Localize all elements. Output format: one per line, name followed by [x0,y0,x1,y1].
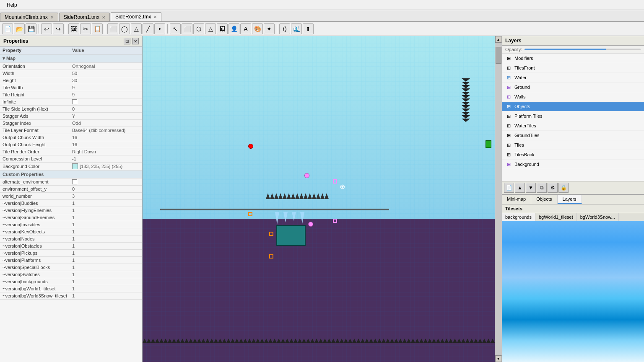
panel-float-button[interactable]: ⊡ [124,38,130,44]
layer-item-background[interactable]: ⊞ Background [502,160,644,169]
layer-move-down-button[interactable]: ▼ [526,183,536,193]
tb-magic-button[interactable]: ✦ [264,23,275,34]
prop-tile-side-value[interactable]: 0 [70,106,142,113]
map-area[interactable]: ⊕ [143,36,495,362]
btab-layers[interactable]: Layers [558,195,582,204]
prop-background-color-value[interactable]: [183, 235, 235] (255) [70,163,142,171]
prop-version-bgworld3snow-value[interactable]: 1 [70,292,142,300]
tb-rotate-button[interactable]: ⬆ [303,23,314,34]
tb-stamp-button[interactable]: 🖼 [68,23,79,34]
prop-version-buddies-value[interactable]: 1 [70,200,142,207]
prop-infinite-value[interactable] [70,98,142,106]
tb-copy-button[interactable]: 📋 [92,23,103,34]
tb-redo-button[interactable]: ↪ [53,23,64,34]
prop-version-switches-value[interactable]: 1 [70,271,142,278]
layer-item-tiles[interactable]: ⊞ Tiles [502,140,644,150]
tb-image-button[interactable]: 🖼 [217,23,228,34]
scroll-down-button[interactable]: ▼ [495,355,502,362]
ts-tab-backgrounds[interactable]: backgrounds [502,213,535,221]
prop-version-key-objects-value[interactable]: 1 [70,228,142,235]
tb-flip-v-button[interactable]: 🌊 [291,23,302,34]
ts-tab-bgworld1[interactable]: bgWorld1_tileset [535,213,577,221]
tab-sideroom1[interactable]: SideRoom1.tmx ✕ [59,13,110,21]
tb-save-button[interactable]: 💾 [26,23,36,34]
tb-cut-button[interactable]: ✂ [80,23,91,34]
layer-add-button[interactable]: 📄 [504,183,514,193]
prop-version-special-blocks-value[interactable]: 1 [70,264,142,271]
prop-world-number-value[interactable]: 3 [70,193,142,200]
panel-close-button[interactable]: ✕ [132,38,139,44]
prop-version-platforms-value[interactable]: 1 [70,257,142,264]
prop-version-pickups-value[interactable]: 1 [70,250,142,257]
prop-version-nodes-value[interactable]: 1 [70,235,142,243]
layer-delete-button[interactable]: 🔒 [558,183,569,193]
tb-polyline-button[interactable]: ╱ [143,23,153,34]
layer-item-ground[interactable]: ⊞ Ground [502,83,644,92]
tb-flip-h-button[interactable]: ⟨⟩ [279,23,290,34]
btab-minimap[interactable]: Mini-map [502,195,531,204]
layer-item-watertiles[interactable]: ⊞ WaterTiles [502,121,644,131]
scroll-up-button[interactable]: ▲ [495,36,502,43]
layer-item-groundtiles[interactable]: ⊞ GroundTiles [502,131,644,140]
prop-version-ground-enemies-value[interactable]: 1 [70,214,142,221]
layer-move-up-button[interactable]: ▲ [515,183,525,193]
tab-close-mountainclimb[interactable]: ✕ [50,15,54,20]
alternate-env-checkbox[interactable] [72,179,77,184]
layer-name-groundtiles: GroundTiles [514,133,641,138]
layer-item-tilesfront[interactable]: ⊞ TilesFront [502,63,644,73]
tb-select-button[interactable]: ↖ [170,23,181,34]
menu-help[interactable]: Help [3,1,21,9]
prop-layer-format-value[interactable]: Base64 (zlib compressed) [70,127,142,134]
tb-new-button[interactable]: 📄 [2,23,13,34]
tab-close-sideroom1[interactable]: ✕ [102,15,105,20]
layer-duplicate-button[interactable]: ⧉ [537,183,547,193]
tb-text-button[interactable]: A [240,23,251,34]
tab-mountainclimb[interactable]: MountainClimb.tmx ✕ [0,13,58,21]
ts-tab-bgworld3snow[interactable]: bgWorld3Snow... [577,213,619,221]
tb-bucket-button[interactable]: ⬡ [193,23,204,34]
tb-polygon-button[interactable]: △ [131,23,142,34]
tileset-preview[interactable] [502,221,644,362]
tb-rect-select-button[interactable]: ⬜ [107,23,118,34]
prop-height-value[interactable]: 30 [70,77,142,84]
prop-version-backgrounds-value[interactable]: 1 [70,278,142,285]
tb-shape-button[interactable]: △ [205,23,216,34]
btab-objects[interactable]: Objects [531,195,557,204]
prop-stagger-index-value[interactable]: Odd [70,120,142,127]
tb-cursor-button[interactable]: ⬜ [182,23,192,34]
prop-version-obstacles-value[interactable]: 1 [70,243,142,250]
prop-output-chunk-width-value[interactable]: 16 [70,134,142,141]
prop-orientation-value[interactable]: Orthogonal [70,63,142,70]
tab-sideroom2[interactable]: SideRoom2.tmx ✕ [111,12,161,21]
tb-object-button[interactable]: 👤 [229,23,239,34]
prop-tile-width-value[interactable]: 9 [70,84,142,91]
prop-render-order-value[interactable]: Right Down [70,148,142,155]
prop-alternate-env-value[interactable] [70,178,142,186]
prop-width-value[interactable]: 50 [70,70,142,77]
layer-settings-button[interactable]: ⚙ [548,183,558,193]
prop-tile-height-value[interactable]: 9 [70,91,142,98]
prop-version-flying-enemies-value[interactable]: 1 [70,207,142,214]
scroll-thumb[interactable] [496,47,501,64]
layer-item-platformtiles[interactable]: ⊞ Platform Tiles [502,111,644,121]
layer-item-tilesback[interactable]: ⊞ TilesBack [502,150,644,160]
layer-item-objects[interactable]: ⊞ Objects [502,102,644,111]
prop-output-chunk-height-value[interactable]: 16 [70,141,142,148]
layer-item-water[interactable]: ⊞ Water [502,73,644,83]
tb-ellipse-button[interactable]: ◯ [119,23,130,34]
prop-env-offset-y-value[interactable]: 0 [70,186,142,193]
tb-point-button[interactable]: • [154,23,165,34]
tb-open-button[interactable]: 📂 [14,23,25,34]
opacity-slider[interactable] [525,49,641,50]
tb-undo-button[interactable]: ↩ [41,23,52,34]
layer-item-walls[interactable]: ⊞ Walls [502,92,644,102]
infinite-checkbox[interactable] [72,99,77,104]
prop-version-bgworld1-value[interactable]: 1 [70,285,142,292]
prop-compression-value[interactable]: -1 [70,155,142,163]
scroll-track[interactable] [495,43,502,355]
layer-item-modifiers[interactable]: ⊞ Modifiers [502,54,644,63]
tab-close-sideroom2[interactable]: ✕ [153,15,157,19]
prop-stagger-axis-value[interactable]: Y [70,113,142,120]
tb-paint-button[interactable]: 🎨 [252,23,263,34]
prop-version-invisibles-value[interactable]: 1 [70,221,142,228]
